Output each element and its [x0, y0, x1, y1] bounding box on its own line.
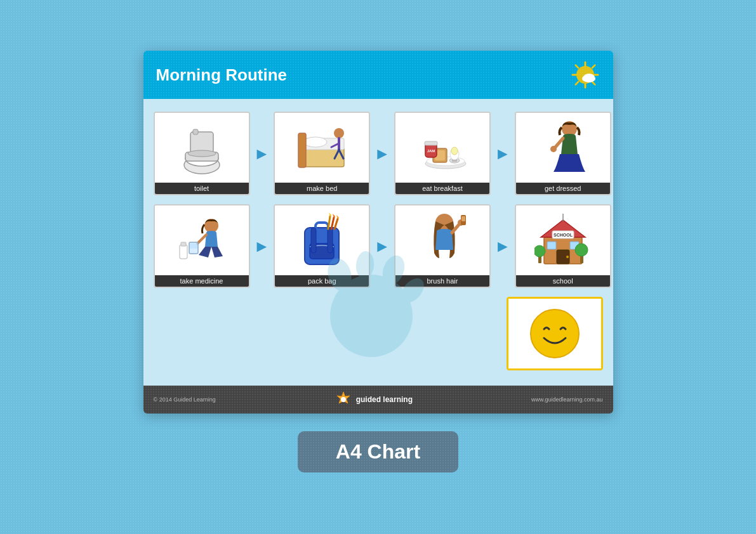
card-take-medicine: take medicine: [154, 204, 250, 288]
arrow-1-1: ►: [254, 144, 270, 164]
footer-brand-label: guided learning: [356, 395, 413, 404]
routine-row-1: toilet ►: [154, 112, 603, 195]
svg-rect-22: [193, 129, 198, 134]
svg-rect-50: [190, 244, 197, 249]
svg-point-26: [304, 137, 327, 147]
card-label-toilet: toilet: [155, 183, 249, 194]
card-image-toilet: [155, 113, 249, 183]
card-smile: [507, 297, 603, 370]
arrow-1-3: ►: [494, 144, 511, 164]
card-image-get-dressed: [516, 113, 610, 183]
card-image-smile: [508, 299, 601, 368]
svg-line-45: [555, 138, 563, 148]
svg-point-72: [566, 256, 569, 258]
svg-point-81: [534, 245, 545, 257]
card-school: SCHOOL school: [515, 204, 611, 288]
card-image-school: SCHOOL: [516, 205, 610, 275]
a4-chart-label: A4 Chart: [336, 440, 420, 463]
card-image-take-medicine: [155, 205, 249, 275]
footer-url: www.guidedlearning.com.au: [531, 396, 603, 403]
svg-point-12: [584, 77, 594, 82]
svg-marker-63: [336, 215, 339, 219]
svg-point-28: [334, 128, 344, 138]
svg-rect-51: [180, 245, 187, 259]
svg-point-84: [341, 397, 346, 402]
svg-rect-52: [181, 242, 186, 246]
card-image-eat-breakfast: JAM: [395, 113, 489, 183]
footer-brand: guided learning: [335, 391, 413, 408]
sun-icon: [570, 60, 600, 90]
svg-point-82: [531, 309, 579, 358]
svg-point-40: [451, 147, 458, 155]
svg-rect-68: [461, 216, 465, 221]
svg-line-6: [592, 82, 595, 84]
chart-header: Morning Routine: [143, 51, 613, 99]
svg-line-7: [592, 65, 595, 68]
card-image-make-bed: [275, 113, 369, 183]
svg-line-5: [575, 65, 578, 68]
chart-body: toilet ►: [143, 99, 613, 386]
svg-text:JAM: JAM: [427, 149, 435, 153]
card-label-take-medicine: take medicine: [155, 275, 249, 287]
svg-point-23: [188, 150, 216, 157]
card-label-school: school: [516, 275, 610, 287]
svg-rect-42: [425, 141, 437, 145]
svg-text:SCHOOL: SCHOOL: [554, 233, 573, 237]
svg-line-48: [197, 235, 206, 244]
card-label-make-bed: make bed: [275, 183, 369, 194]
svg-marker-61: [329, 212, 331, 216]
svg-point-46: [550, 146, 557, 152]
svg-rect-54: [315, 223, 328, 230]
arrow-2-1: ►: [254, 237, 270, 256]
footer-copyright: © 2014 Guided Learning: [154, 396, 216, 403]
chart-footer: © 2014 Guided Learning guided learning w…: [143, 386, 613, 414]
svg-rect-27: [298, 133, 306, 167]
svg-line-60: [335, 219, 338, 229]
chart-container: Morning Routine: [143, 51, 613, 414]
card-make-bed: make bed: [274, 112, 370, 195]
card-get-dressed: get dressed: [515, 112, 611, 195]
card-label-eat-breakfast: eat breakfast: [395, 183, 489, 194]
a4-label-container: A4 Chart: [298, 431, 458, 472]
svg-rect-73: [547, 242, 556, 249]
watermark-sun: [302, 246, 441, 360]
card-eat-breakfast: JAM eat breakfast: [394, 112, 491, 195]
card-toilet: toilet: [154, 112, 250, 195]
svg-point-79: [575, 244, 588, 256]
arrow-1-2: ►: [374, 144, 390, 164]
footer-logo-icon: [335, 391, 352, 408]
svg-marker-62: [333, 214, 335, 218]
card-label-get-dressed: get dressed: [516, 183, 610, 194]
arrow-2-3: ►: [494, 237, 511, 256]
chart-title: Morning Routine: [156, 65, 288, 85]
svg-line-8: [575, 82, 578, 84]
